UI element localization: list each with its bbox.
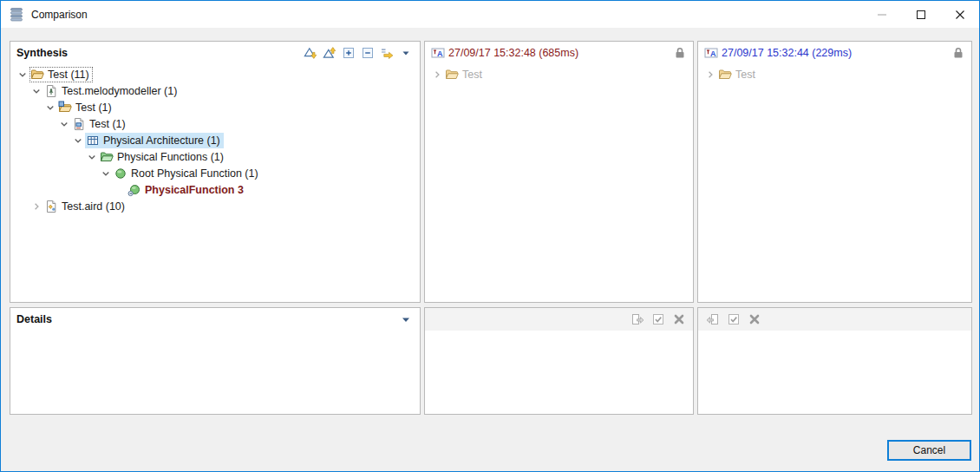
melody-file-icon [44,84,58,98]
version-icon: A [704,46,718,60]
details-menu-icon[interactable] [397,311,414,328]
discard-icon[interactable] [746,311,762,328]
view-menu-icon[interactable] [397,45,414,62]
chevron-expanded-icon[interactable] [16,68,29,82]
next-difference-icon[interactable] [302,45,318,62]
chevron-collapsed-icon[interactable] [29,200,43,213]
chevron-expanded-icon[interactable] [85,150,99,164]
merge-right-panel [697,307,972,415]
chevron-collapsed-icon[interactable] [703,68,717,82]
tree-item[interactable]: Physical Architecture (1) [10,132,420,148]
tree-item-label: Test [462,69,482,81]
group-differences-icon[interactable] [378,45,395,62]
folder-model-icon [58,101,72,115]
details-header: Details [10,308,420,331]
collapse-all-icon[interactable] [359,45,376,62]
titlebar: Comparison [1,1,979,28]
function-icon [114,167,127,180]
tree-item-label: Test [735,69,755,81]
folder-open-icon [445,68,459,82]
merge-middle-toolbar [425,308,693,331]
tree-item-label: Physical Functions (1) [117,151,224,163]
expand-all-icon[interactable] [340,45,356,62]
folder-open-icon [718,68,732,82]
right-version-panel: A 27/09/17 15:32:44 (229ms) Test [697,41,972,303]
tree-item-label: Test.aird (10) [62,200,125,213]
tree-item[interactable]: Test [698,66,971,82]
window-controls [862,1,979,28]
details-panel: Details [10,307,421,415]
synthesis-panel: Synthesis Test (11)Test.melodymodeller (… [10,41,421,303]
right-version-timestamp: 27/09/17 15:32:44 (229ms) [722,47,852,59]
tree-item[interactable]: PhysicalFunction 3 [10,181,420,198]
svg-text:A: A [437,49,443,58]
tree-item[interactable]: Test (11) [10,66,420,82]
merge-middle-panel [424,307,694,415]
comparison-dialog: Comparison Synthesis Test (11)Test.melod… [0,0,980,472]
tree-item[interactable]: Test.aird (10) [10,198,420,214]
lock-icon [951,46,965,60]
merge-right-icon[interactable] [629,311,645,328]
details-title: Details [16,313,52,325]
maximize-button[interactable] [901,1,940,28]
mark-merged-icon[interactable] [650,311,666,328]
merge-left-icon[interactable] [704,311,721,328]
minimize-button[interactable] [862,1,901,28]
function-added-icon [127,183,141,197]
cancel-button[interactable]: Cancel [887,440,971,461]
tree-item[interactable]: Test [425,66,693,82]
merge-right-toolbar [698,308,971,331]
chevron-expanded-icon[interactable] [57,117,71,131]
tree-item-label: Test (11) [48,69,89,81]
chevron-expanded-icon[interactable] [43,101,57,115]
tree-item-label: Test (1) [89,118,126,130]
tree-item-label: Test.melodymodeller (1) [62,85,177,97]
tree-item[interactable]: Root Physical Function (1) [10,165,420,181]
folder-open-icon [30,68,44,82]
tree-item[interactable]: Physical Functions (1) [10,148,420,165]
tree-item-label: PhysicalFunction 3 [145,184,244,196]
tree-item-label: Test (1) [75,102,112,114]
grid-diagram-icon [86,134,100,148]
left-version-panel: A 27/09/17 15:32:48 (685ms) Test [424,41,694,303]
model-file-icon [72,117,86,131]
svg-text:A: A [710,49,716,58]
tree-item-label: Physical Architecture (1) [103,134,220,147]
discard-icon[interactable] [670,311,687,328]
previous-difference-icon[interactable] [321,45,337,62]
window-title: Comparison [31,9,88,21]
lock-icon [673,46,687,60]
close-button[interactable] [940,1,979,28]
synthesis-tree: Test (11)Test.melodymodeller (1)Test (1)… [10,64,420,214]
chevron-expanded-icon[interactable] [99,167,113,180]
right-version-header: A 27/09/17 15:32:44 (229ms) [698,42,971,64]
left-version-timestamp: 27/09/17 15:32:48 (685ms) [448,47,578,59]
chevron-expanded-icon[interactable] [29,84,43,98]
synthesis-toolbar [302,45,414,62]
tree-item-label: Root Physical Function (1) [131,167,258,180]
chevron-spacer [113,183,127,197]
tree-item[interactable]: Test.melodymodeller (1) [10,82,420,99]
synthesis-header: Synthesis [10,42,420,64]
dialog-body: Synthesis Test (11)Test.melodymodeller (… [1,28,979,471]
mark-merged-icon[interactable] [725,311,742,328]
version-icon: A [431,46,445,60]
folder-green-icon [100,150,114,164]
left-version-header: A 27/09/17 15:32:48 (685ms) [425,42,693,64]
chevron-expanded-icon[interactable] [71,134,85,148]
aird-file-icon [44,200,58,213]
compare-layers-icon [9,7,24,23]
chevron-collapsed-icon[interactable] [430,68,444,82]
synthesis-title: Synthesis [16,47,68,59]
right-version-tree: Test [698,64,971,82]
tree-item[interactable]: Test (1) [10,115,420,132]
tree-item[interactable]: Test (1) [10,99,420,115]
left-version-tree: Test [425,64,693,82]
